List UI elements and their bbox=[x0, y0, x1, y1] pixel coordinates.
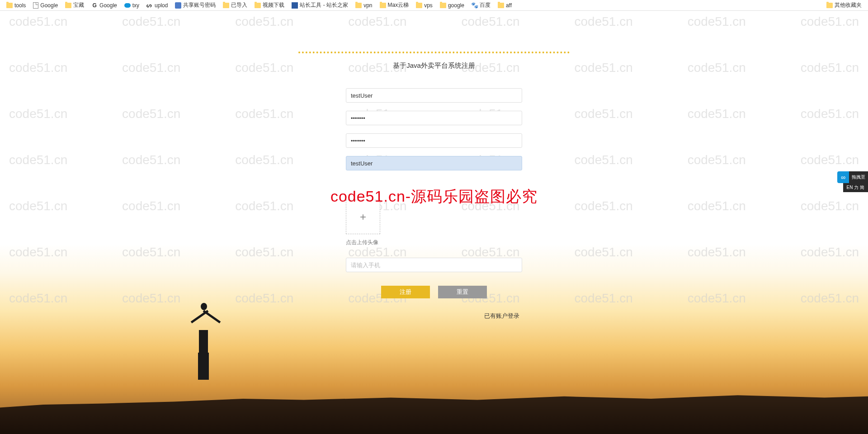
bookmark-label: txy bbox=[132, 2, 139, 9]
nickname-input[interactable] bbox=[346, 156, 522, 170]
folder-icon bbox=[65, 3, 71, 8]
bookmark-tools[interactable]: tools bbox=[4, 1, 28, 9]
dotted-divider bbox=[298, 52, 570, 53]
page-content: code51.cncode51.cncode51.cncode51.cncode… bbox=[0, 11, 868, 434]
form-title: 基于Java外卖平台系统注册 bbox=[298, 61, 570, 70]
folder-icon bbox=[6, 3, 13, 8]
folder-icon bbox=[380, 3, 386, 8]
bookmark-aff[interactable]: aff bbox=[495, 1, 514, 9]
upload-icon: ᔕ bbox=[146, 2, 153, 9]
bookmark-other-favorites[interactable]: 其他收藏夹 bbox=[824, 0, 864, 10]
side-widget[interactable]: ∞ 拖拽至 bbox=[837, 171, 868, 183]
button-row: 注册 重置 bbox=[298, 286, 570, 298]
bookmark-imported[interactable]: 已导入 bbox=[220, 0, 250, 10]
language-indicator[interactable]: EN 力 简 bbox=[843, 183, 868, 192]
link-icon: ∞ bbox=[837, 171, 849, 183]
bookmark-label: vpn bbox=[363, 2, 372, 9]
bookmarks-right: 其他收藏夹 bbox=[824, 0, 864, 10]
bookmark-label: 其他收藏夹 bbox=[835, 1, 862, 9]
folder-icon bbox=[498, 3, 504, 8]
folder-icon bbox=[416, 3, 422, 8]
person-silhouette bbox=[181, 298, 226, 380]
bookmark-label: 宝藏 bbox=[73, 1, 84, 9]
bookmark-vps[interactable]: vps bbox=[413, 1, 435, 9]
folder-icon bbox=[355, 3, 362, 8]
register-button[interactable]: 注册 bbox=[381, 286, 430, 298]
bookmark-treasure[interactable]: 宝藏 bbox=[62, 0, 87, 10]
bookmark-label: 百度 bbox=[480, 1, 491, 9]
bookmark-vpn[interactable]: vpn bbox=[353, 1, 375, 9]
drag-label: 拖拽至 bbox=[849, 171, 868, 183]
registration-form: 基于Java外卖平台系统注册 + 点击上传头像 注册 重置 已有账户登录 bbox=[298, 11, 570, 320]
bookmark-label: google bbox=[448, 2, 464, 9]
upload-label: 点击上传头像 bbox=[346, 239, 522, 246]
tool-icon bbox=[292, 2, 298, 9]
bookmark-maxcloud[interactable]: Max云梯 bbox=[377, 0, 412, 10]
login-link[interactable]: 已有账户登录 bbox=[346, 312, 522, 320]
bookmark-label: Google bbox=[99, 2, 117, 9]
bookmark-label: Max云梯 bbox=[388, 1, 409, 9]
folder-icon bbox=[255, 3, 261, 8]
bookmark-label: 共享账号密码 bbox=[183, 1, 216, 9]
bookmark-label: 视频下载 bbox=[263, 1, 284, 9]
bookmark-label: 站长工具 - 站长之家 bbox=[300, 1, 348, 9]
phone-input[interactable] bbox=[346, 258, 522, 272]
bookmark-label: vps bbox=[424, 2, 433, 9]
bookmark-webmaster-tools[interactable]: 站长工具 - 站长之家 bbox=[289, 0, 351, 10]
bookmark-label: tools bbox=[14, 2, 26, 9]
bookmark-shared-accounts[interactable]: 共享账号密码 bbox=[172, 0, 218, 10]
page-icon bbox=[33, 2, 38, 9]
mountain-silhouette bbox=[0, 375, 868, 434]
confirm-password-input[interactable] bbox=[346, 133, 522, 148]
bookmark-label: Google bbox=[40, 2, 58, 9]
google-icon: G bbox=[91, 2, 98, 9]
copyright-overlay-text: code51.cn-源码乐园盗图必究 bbox=[330, 186, 538, 207]
bookmark-label: uplod bbox=[155, 2, 168, 9]
bookmark-label: aff bbox=[506, 2, 512, 9]
bookmark-label: 已导入 bbox=[231, 1, 247, 9]
cloud-icon bbox=[124, 3, 131, 8]
plus-icon: + bbox=[360, 211, 366, 223]
bookmark-baidu[interactable]: 🐾百度 bbox=[469, 0, 493, 10]
folder-icon bbox=[826, 3, 833, 8]
password-input[interactable] bbox=[346, 111, 522, 125]
folder-icon bbox=[440, 3, 446, 8]
bookmark-video-download[interactable]: 视频下载 bbox=[252, 0, 287, 10]
bookmark-txy[interactable]: txy bbox=[122, 1, 142, 9]
reset-button[interactable]: 重置 bbox=[438, 286, 487, 298]
bookmark-google[interactable]: GGoogle bbox=[89, 1, 120, 9]
username-input[interactable] bbox=[346, 88, 522, 103]
bookmark-uplod[interactable]: ᔕuplod bbox=[144, 1, 170, 9]
bookmark-google-page[interactable]: Google bbox=[30, 1, 61, 9]
folder-icon bbox=[223, 3, 229, 8]
bookmarks-left: tools Google 宝藏 GGoogle txy ᔕuplod 共享账号密… bbox=[4, 0, 514, 10]
bookmark-google-folder[interactable]: google bbox=[437, 1, 467, 9]
app-icon bbox=[175, 2, 181, 9]
baidu-icon: 🐾 bbox=[472, 2, 478, 9]
bookmarks-bar: tools Google 宝藏 GGoogle txy ᔕuplod 共享账号密… bbox=[0, 0, 868, 11]
